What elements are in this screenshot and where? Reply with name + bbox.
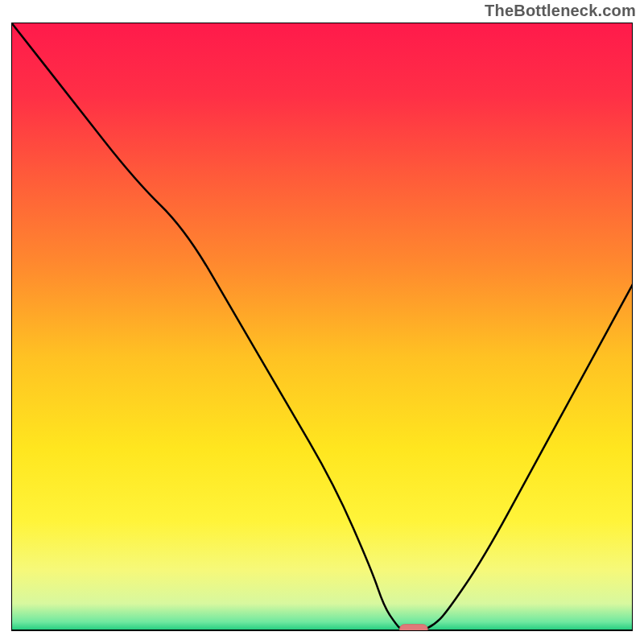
optimal-marker: [400, 625, 428, 631]
plot-area: [11, 23, 633, 631]
gradient-background: [11, 23, 633, 631]
plot-svg: [11, 23, 633, 631]
chart-container: TheBottleneck.com: [0, 0, 644, 644]
watermark-text: TheBottleneck.com: [485, 2, 636, 20]
